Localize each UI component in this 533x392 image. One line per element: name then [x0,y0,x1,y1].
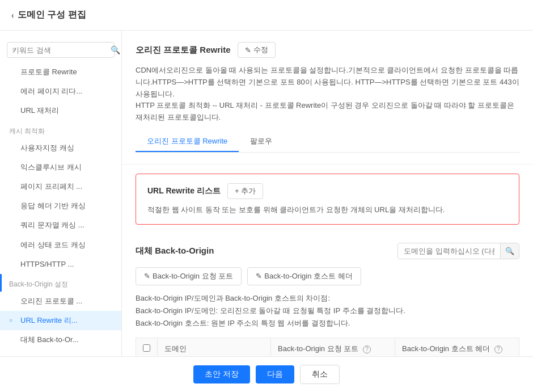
bto-search-container: 🔍 [397,243,519,259]
search-input[interactable] [12,46,107,54]
url-rewrite-description: 적절한 웹 사이트 동작 또는 보호를 위해 클라이언트가 요청한 개체의 UR… [147,205,507,215]
origin-protocol-section: 오리진 프로토콜 Rewrite ✎ 수정 CDN에서오리진으로 돌아올 때 사… [122,31,533,165]
sidebar-item-origin-protocol[interactable]: 오리진 프로토콜 ... [0,292,121,311]
cancel-button[interactable]: 취소 [300,365,340,384]
bto-header: 대체 Back-to-Origin 🔍 [136,243,519,259]
bto-port-help-icon[interactable]: ? [363,345,371,353]
edit-button[interactable]: ✎ 수정 [238,42,276,58]
sidebar-category-bto: Back-to-Origin 설정 [0,274,121,292]
bto-table: 도메인 Back-to-Origin 요청 포트 ? Back-to-Origi… [136,338,519,356]
bto-buttons: ✎ Back-to-Origin 요청 포트 ✎ Back-to-Origin … [136,267,519,285]
sidebar-item-url-rewrite-list[interactable]: URL Rewrite 리... [0,311,121,330]
bto-title: 대체 Back-to-Origin [136,246,214,256]
bto-port-button[interactable]: ✎ Back-to-Origin 요청 포트 [136,267,242,285]
sidebar-item-alt-bto[interactable]: 대체 Back-to-Or... [0,330,121,349]
bto-host-icon: ✎ [256,272,262,280]
sidebar-category-security: 시큐리티 프로텍션 [0,349,121,356]
origin-protocol-title: 오리진 프로토콜 Rewrite [136,45,231,56]
tab-follow[interactable]: 팔로우 [239,132,284,152]
tab-origin-protocol-rewrite[interactable]: 오리진 프로토콜 Rewrite [136,132,239,152]
bto-port-icon: ✎ [144,272,150,280]
sidebar-category-cache: 캐시 최적화 [0,121,121,138]
url-rewrite-list-title: URL Rewrite 리스트 [147,186,221,196]
add-label: + 추가 [235,186,256,196]
sidebar-item-exclusive-cache[interactable]: 익스클루시브 캐시 [0,158,121,177]
sidebar-item-error-page[interactable]: 에러 페이지 리다... [0,82,121,101]
sidebar-search-container: 🔍 [0,37,121,62]
page-title: 도메인 구성 편집 [18,9,86,21]
sidebar-item-protocol-rewrite[interactable]: 프로토콜 Rewrite [0,62,121,82]
th-bto-port: Back-to-Origin 요청 포트 ? [271,338,395,356]
origin-protocol-description: CDN에서오리진으로 돌아올 때 사용되는 프로토콜을 설정합니다.기본적으로 … [136,65,519,124]
save-draft-button[interactable]: 초안 저장 [193,365,250,383]
sidebar-item-error-status-cache[interactable]: 에러 상태 코드 캐싱 [0,235,121,255]
sidebar-item-https-http[interactable]: HTTPS/HTTP ... [0,255,121,274]
origin-protocol-header: 오리진 프로토콜 Rewrite ✎ 수정 [136,42,519,58]
sidebar-item-query-cache[interactable]: 쿼리 문자열 캐싱 ... [0,216,121,235]
bto-host-header-help-icon[interactable]: ? [494,345,502,353]
search-icon: 🔍 [111,45,120,54]
add-url-rewrite-button[interactable]: + 추가 [227,183,263,199]
sidebar-item-url-rewrite[interactable]: URL 재처리 [0,101,121,120]
edit-icon: ✎ [245,46,251,54]
edit-label: 수정 [253,45,268,55]
th-checkbox [136,338,158,356]
back-to-origin-section: 대체 Back-to-Origin 🔍 ✎ Back-to-Origin 요청 … [122,234,533,356]
bto-host-label: Back-to-Origin 호스트 헤더 [264,271,352,281]
sidebar: 🔍 프로토콜 Rewrite 에러 페이지 리다... URL 재처리 캐시 최… [0,31,122,356]
sidebar-item-response-header-cache[interactable]: 응답 헤더 기반 캐싱 [0,196,121,216]
th-domain: 도메인 [158,338,271,356]
protocol-tabs: 오리진 프로토콜 Rewrite 팔로우 [136,132,519,153]
bto-host-header-button[interactable]: ✎ Back-to-Origin 호스트 헤더 [247,267,361,285]
sidebar-item-page-prefetch[interactable]: 페이지 프리페치 ... [0,177,121,196]
back-arrow[interactable]: ‹ [11,11,14,20]
main-content: 오리진 프로토콜 Rewrite ✎ 수정 CDN에서오리진으로 돌아올 때 사… [122,31,533,356]
select-all-checkbox[interactable] [143,344,150,352]
bto-search-input[interactable] [398,244,500,258]
bto-port-label: Back-to-Origin 요청 포트 [153,271,233,281]
search-box[interactable]: 🔍 [7,42,115,58]
url-rewrite-list-section: URL Rewrite 리스트 + 추가 적절한 웹 사이트 동작 또는 보호를… [136,174,519,225]
th-bto-host-header: Back-to-Origin 호스트 헤더 ? [395,338,519,356]
bto-search-button[interactable]: 🔍 [500,243,519,259]
sidebar-item-custom-cache[interactable]: 사용자지정 캐싱 [0,138,121,158]
page-header[interactable]: ‹ 도메인 구성 편집 [11,9,522,21]
bottom-actions: 초안 저장 다음 취소 [0,356,533,392]
next-button[interactable]: 다음 [256,365,294,383]
url-rewrite-header: URL Rewrite 리스트 + 추가 [147,183,507,199]
bto-description: Back-to-Origin IP/도메인과 Back-to-Origin 호스… [136,292,519,330]
